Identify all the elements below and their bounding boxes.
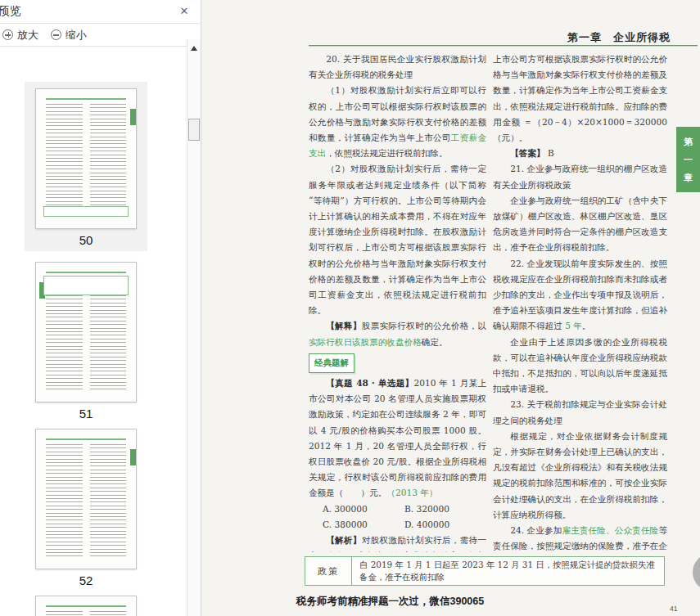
text-segment: 【解析】 [326, 535, 362, 545]
paragraph: （1）对股权激励计划实行后立即可以行权的，上市公司可以根据实际行权时该股票的公允… [309, 83, 486, 161]
thumb-header-rule [46, 272, 126, 273]
thumbnail-item[interactable]: 52 [25, 422, 147, 591]
text-segment: 【解释】 [326, 321, 362, 330]
chapter-tab-char: 章 [684, 172, 693, 184]
paragraph: 上市公司方可根据该股票实际行权时的公允价格与当年激励对象实际行权支付价格的差额及… [493, 52, 667, 146]
thumb-text-columns [46, 444, 126, 559]
thumb-text-column [46, 104, 83, 218]
paragraph: 【解释】股票实际行权时的公允价格，以实际行权日该股票的收盘价格确定。 [309, 318, 486, 349]
text-segment: 根据规定，对企业依据财务会计制度规定，并实际在财务会计处理上已确认的支出，凡没有… [493, 431, 667, 519]
thumbnail-list: 505152 [0, 39, 187, 616]
thumb-chapter-tab [130, 449, 136, 465]
paragraph: 根据规定，对企业依据财务会计制度规定，并实际在财务会计处理上已确认的支出，凡没有… [493, 429, 667, 523]
text-segment: 股票实际行权时的公允价格，以 [362, 321, 486, 330]
paragraph: 20. 关于我国居民企业实行股权激励计划有关企业所得税的税务处理 [309, 52, 486, 83]
header-rule [309, 45, 698, 47]
paragraph: 企业由于上述原因多缴的企业所得税税款，可以在追补确认年度企业所得税应纳税款中抵扣… [493, 335, 667, 398]
thumb-text-column [90, 444, 127, 559]
thumbnail-page-image [35, 596, 137, 616]
option-cell: C. 380000 [323, 517, 404, 533]
thumb-header-rule [46, 438, 126, 440]
paragraph: 23. 关于税前扣除规定与企业实际会计处理之间的税务处理 [493, 397, 667, 428]
paragraph: 【真题 48 · 单选题】2010 年 1 月某上市公司对本公司 20 名管理人… [309, 375, 486, 501]
thumb-text-column [90, 611, 127, 616]
answer-options-row: C. 380000D. 400000 [309, 517, 486, 533]
thumbnail-page-label: 50 [25, 233, 147, 247]
policy-label-cell: 政策 [305, 557, 351, 585]
scrollbar-thumb[interactable] [188, 119, 200, 141]
thumbnail-item[interactable]: 51 [25, 255, 147, 425]
chapter-header: 第一章 企业所得税 [567, 30, 671, 45]
text-segment: 上市公司方可根据该股票实际行权时的公允价格与当年激励对象实际行权支付价格的差额及… [493, 54, 667, 142]
chapter-tab-char: 一 [684, 154, 693, 166]
policy-text-cell: 自 2019 年 1 月 1 日起至 2023 年 12 月 31 日，按照规定… [351, 557, 664, 585]
classic-problems-badge: 经典题解 [309, 353, 355, 373]
page-number: 41 [670, 605, 677, 613]
text-segment: 21. 企业参与政府统一组织的棚户区改造有关企业所得税政策 [493, 164, 667, 189]
thumb-table-box [43, 206, 129, 217]
option-cell: D. 400000 [404, 517, 449, 533]
text-segment: 雇主责任险、公众责任险 [562, 525, 658, 535]
thumbnail-page-image [35, 429, 137, 569]
floating-button[interactable] [693, 553, 700, 591]
thumb-table-box [43, 276, 129, 295]
badge-row: 经典题解 [309, 353, 486, 373]
option-cell: B. 320000 [404, 501, 449, 517]
preview-panel: 预览 ✕ 放大 缩小 505152 [0, 0, 201, 616]
panel-title: 预览 [0, 4, 22, 19]
sidebar-scrollbar[interactable] [187, 39, 201, 616]
option-cell: A. 300000 [323, 501, 404, 517]
paragraph: 24. 企业参加雇主责任险、公众责任险等责任保险，按照规定缴纳的保险费，准予在企… [493, 523, 667, 552]
body-left-column: 20. 关于我国居民企业实行股权激励计划有关企业所得税的税务处理（1）对股权激励… [309, 52, 486, 552]
thumb-text-column [46, 611, 83, 616]
text-segment: 【真题 48 · 单选题】 [326, 378, 413, 388]
text-segment: B [545, 148, 554, 158]
preview-panel-header: 预览 ✕ [0, 0, 201, 24]
thumb-text-column [90, 104, 127, 218]
text-segment: 。 [582, 321, 591, 330]
paragraph: 【解析】对股权激励计划实行后，需待一定服务年限或者达到规定业绩条件方可行权的，上… [309, 533, 486, 552]
thumbnail-item[interactable]: 50 [25, 82, 147, 251]
thumb-text-column [46, 444, 83, 559]
footer-note: 税务师考前精准押题一次过，微信390065 [296, 595, 484, 609]
text-segment: 实际行权日该股票的收盘价格 [309, 337, 422, 347]
text-segment: 企业由于上述原因多缴的企业所得税税款，可以在追补确认年度企业所得税应纳税款中抵扣… [493, 337, 667, 394]
thumb-header-rule [46, 98, 126, 100]
thumb-text-columns [46, 611, 126, 616]
text-segment: 23. 关于税前扣除规定与企业实际会计处理之间的税务处理 [493, 399, 667, 425]
paragraph: 【答案】 B [493, 146, 667, 161]
text-segment: 【答案】 [510, 148, 544, 158]
main-viewer: 第一章 企业所得税 20. 关于我国居民企业实行股权激励计划有关企业所得税的税务… [201, 0, 700, 616]
text-segment: （2013 年） [386, 488, 437, 497]
thumbnail-page-image [35, 262, 137, 402]
close-icon[interactable]: ✕ [177, 4, 192, 19]
thumb-header-rule [46, 605, 126, 607]
thumbnail-page-label: 52 [25, 573, 147, 587]
text-segment: （2）对股权激励计划实行后，需待一定服务年限或者达到规定业绩条件（以下简称“等待… [309, 164, 486, 315]
thumbnail-page-image [35, 88, 137, 229]
text-segment: 20. 关于我国居民企业实行股权激励计划有关企业所得税的税务处理 [309, 54, 486, 79]
paragraph: 企业参与政府统一组织的工矿（含中央下放煤矿）棚户区改造、林区棚户区改造、垦区危房… [493, 193, 667, 256]
answer-options-row: A. 300000B. 320000 [309, 501, 486, 517]
policy-table: 政策 自 2019 年 1 月 1 日起至 2023 年 12 月 31 日，按… [305, 556, 665, 586]
text-segment: 24. 企业参加 [510, 525, 562, 535]
text-segment: 确定。 [422, 337, 448, 347]
thumb-text-columns [46, 104, 126, 218]
text-segment: 2010 年 1 月某上市公司对本公司 20 名管理人员实施股票期权激励政策，约… [309, 378, 486, 497]
chapter-side-tab: 第一章 [676, 127, 700, 192]
paragraph: （2）对股权激励计划实行后，需待一定服务年限或者达到规定业绩条件（以下简称“等待… [309, 161, 486, 318]
text-segment: 5 年 [565, 321, 582, 330]
chapter-tab-char: 第 [684, 136, 693, 148]
thumb-chapter-tab [130, 109, 136, 125]
body-right-column: 上市公司方可根据该股票实际行权时的公允价格与当年激励对象实际行权支付价格的差额及… [493, 52, 667, 552]
text-segment: ，依照税法规定进行税前扣除。 [326, 148, 447, 158]
thumbnail-item[interactable] [25, 589, 147, 616]
thumbnail-page-label: 51 [25, 407, 147, 420]
paragraph: 21. 企业参与政府统一组织的棚户区改造有关企业所得税政策 [493, 161, 667, 192]
paragraph: 22. 企业发现以前年度实际发生的、按照税收规定应在企业所得税前扣除而未扣除或者… [493, 256, 667, 335]
text-segment: 企业参与政府统一组织的工矿（含中央下放煤矿）棚户区改造、林区棚户区改造、垦区危房… [493, 196, 667, 253]
scroll-up-icon[interactable] [191, 46, 197, 51]
